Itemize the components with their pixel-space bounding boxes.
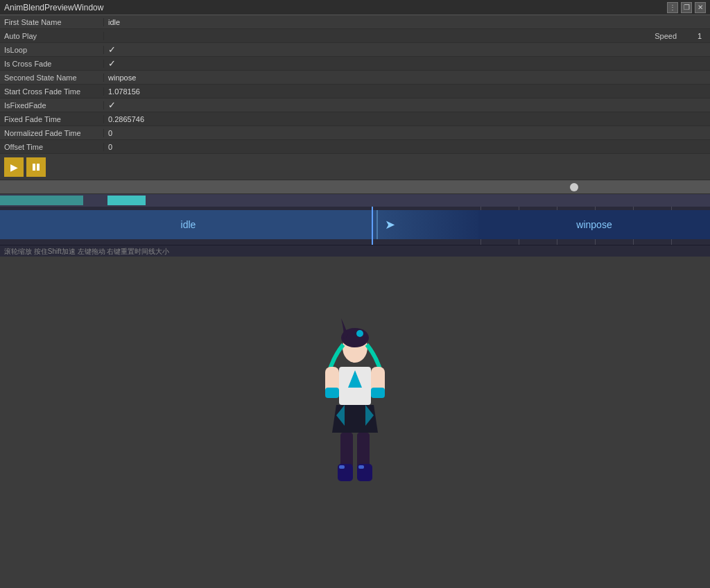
label-second-state-name: Seconed State Name: [0, 74, 104, 82]
input-start-cross-fade-time[interactable]: [108, 87, 706, 96]
label-first-state-name: First State Name: [0, 18, 104, 26]
input-second-state-name[interactable]: [108, 74, 706, 82]
prop-row-fixed-fade-time: Fixed Fade Time: [0, 112, 710, 126]
close-button[interactable]: ✕: [695, 2, 706, 13]
svg-rect-1: [37, 164, 40, 171]
title-bar-controls: ⋮ ❐ ✕: [667, 2, 706, 13]
value-is-fixed-fade: ✓: [104, 100, 710, 110]
character-viewport: [0, 201, 710, 588]
input-fixed-fade-time[interactable]: [108, 115, 706, 123]
label-offset-time: Offset Time: [0, 143, 104, 151]
label-isloop: IsLoop: [0, 46, 104, 54]
value-second-state-name[interactable]: [104, 74, 710, 82]
skirt: [332, 405, 378, 433]
arm-right-accent: [371, 388, 385, 398]
pause-button[interactable]: [26, 157, 46, 177]
pause-icon: [31, 162, 41, 172]
prop-row-normalized-fade-time: Normalized Fade Time: [0, 126, 710, 140]
input-first-state-name[interactable]: [108, 18, 706, 26]
hair-accessory: [356, 330, 363, 337]
properties-panel: First State Name Auto Play Speed 1 IsLoo…: [0, 15, 710, 154]
arm-left-accent: [325, 388, 339, 398]
speed-label: Speed: [655, 32, 677, 40]
window-title: AnimBlendPreviewWindow: [4, 3, 103, 12]
restore-button[interactable]: ❐: [681, 2, 692, 13]
value-start-cross-fade-time[interactable]: [104, 87, 710, 96]
svg-rect-0: [33, 164, 35, 171]
speed-area: Speed 1: [650, 29, 706, 43]
title-bar-left: AnimBlendPreviewWindow: [4, 3, 103, 12]
character-svg: [310, 297, 400, 492]
value-offset-time[interactable]: [104, 143, 710, 151]
title-bar: AnimBlendPreviewWindow ⋮ ❐ ✕: [0, 0, 710, 15]
prop-row-is-cross-fade: Is Cross Fade ✓: [0, 57, 710, 71]
label-fixed-fade-time: Fixed Fade Time: [0, 115, 104, 123]
value-is-cross-fade: ✓: [104, 58, 710, 69]
speed-value[interactable]: 1: [681, 32, 702, 40]
leg-right: [357, 433, 370, 467]
label-normalized-fade-time: Normalized Fade Time: [0, 129, 104, 137]
prop-row-start-cross-fade-time: Start Cross Fade Time: [0, 85, 710, 98]
prop-row-is-fixed-fade: IsFixedFade ✓: [0, 98, 710, 112]
prop-row-second-state-name: Seconed State Name: [0, 71, 710, 85]
value-normalized-fade-time[interactable]: [104, 129, 710, 137]
scrubber-handle[interactable]: [570, 183, 578, 191]
prop-row-auto-play: Auto Play Speed 1: [0, 29, 710, 43]
checkmark-isloop: ✓: [108, 44, 116, 55]
value-first-state-name[interactable]: [104, 18, 710, 26]
prop-row-first-state-name: First State Name: [0, 15, 710, 29]
prop-row-isloop: IsLoop ✓: [0, 43, 710, 57]
value-fixed-fade-time[interactable]: [104, 115, 710, 123]
label-auto-play: Auto Play: [0, 32, 104, 40]
input-normalized-fade-time[interactable]: [108, 129, 706, 137]
menu-dots-button[interactable]: ⋮: [667, 2, 678, 13]
play-button[interactable]: ▶: [4, 157, 24, 177]
boot-left-highlight: [339, 465, 345, 469]
boot-right-highlight: [358, 465, 364, 469]
input-offset-time[interactable]: [108, 143, 706, 151]
timeline-cursor: [372, 207, 373, 245]
value-isloop: ✓: [104, 44, 710, 55]
checkmark-is-fixed-fade: ✓: [108, 100, 116, 110]
controls-bar: ▶: [0, 154, 710, 180]
timeline-scrubber[interactable]: [0, 180, 710, 194]
label-is-fixed-fade: IsFixedFade: [0, 101, 104, 110]
leg-left: [340, 433, 353, 467]
label-is-cross-fade: Is Cross Fade: [0, 60, 104, 68]
prop-row-offset-time: Offset Time: [0, 140, 710, 154]
checkmark-is-cross-fade: ✓: [108, 58, 116, 69]
label-start-cross-fade-time: Start Cross Fade Time: [0, 87, 104, 96]
